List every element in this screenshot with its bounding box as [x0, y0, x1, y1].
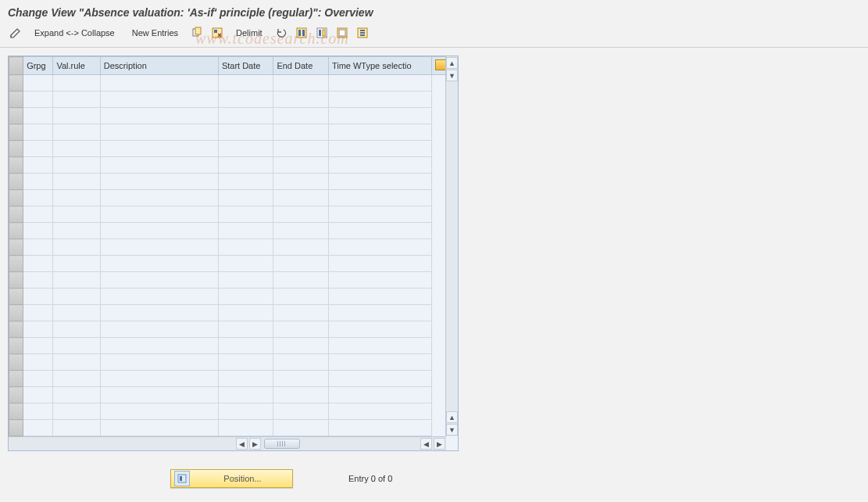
new-entries-button[interactable]: New Entries [126, 25, 184, 41]
table-cell[interactable] [53, 387, 100, 403]
table-cell[interactable] [328, 354, 431, 371]
table-cell[interactable] [218, 289, 273, 305]
table-cell[interactable] [53, 108, 100, 124]
row-selector[interactable] [9, 256, 23, 272]
table-cell[interactable] [23, 239, 53, 256]
row-selector-header[interactable] [9, 57, 23, 75]
table-cell[interactable] [53, 256, 100, 272]
row-selector[interactable] [9, 157, 23, 174]
table-cell[interactable] [23, 272, 53, 289]
table-cell[interactable] [218, 141, 273, 157]
table-cell[interactable] [100, 387, 218, 403]
row-selector[interactable] [9, 338, 23, 354]
table-cell[interactable] [328, 387, 431, 403]
table-cell[interactable] [273, 157, 329, 174]
row-selector[interactable] [9, 289, 23, 305]
col-description[interactable]: Description [100, 57, 218, 75]
table-cell[interactable] [273, 124, 329, 141]
table-cell[interactable] [53, 305, 100, 321]
table-cell[interactable] [218, 354, 273, 371]
table-cell[interactable] [218, 157, 273, 174]
table-cell[interactable] [100, 91, 218, 108]
scroll-up-icon[interactable]: ▲ [446, 57, 458, 69]
delete-icon[interactable] [209, 25, 225, 41]
table-cell[interactable] [53, 403, 100, 420]
table-cell[interactable] [273, 354, 329, 371]
row-selector[interactable] [9, 403, 23, 420]
table-cell[interactable] [273, 174, 329, 190]
table-cell[interactable] [53, 289, 100, 305]
table-cell[interactable] [53, 75, 100, 91]
table-cell[interactable] [273, 305, 329, 321]
scroll-up-icon[interactable]: ▼ [446, 70, 458, 81]
table-cell[interactable] [328, 91, 431, 108]
table-cell[interactable] [328, 420, 431, 436]
table-cell[interactable] [23, 338, 53, 354]
table-cell[interactable] [218, 239, 273, 256]
table-cell[interactable] [218, 91, 273, 108]
row-selector[interactable] [9, 91, 23, 108]
table-cell[interactable] [273, 420, 329, 436]
table-cell[interactable] [23, 223, 53, 239]
table-cell[interactable] [100, 206, 218, 223]
table-cell[interactable] [273, 108, 329, 124]
deselect-all-icon[interactable] [334, 25, 350, 41]
col-time-wtype[interactable]: Time WType selectio [328, 57, 431, 75]
table-cell[interactable] [23, 371, 53, 387]
table-cell[interactable] [273, 289, 329, 305]
table-cell[interactable] [328, 174, 431, 190]
row-selector[interactable] [9, 141, 23, 157]
table-cell[interactable] [273, 91, 329, 108]
table-cell[interactable] [328, 223, 431, 239]
table-cell[interactable] [328, 321, 431, 338]
table-cell[interactable] [100, 174, 218, 190]
row-selector[interactable] [9, 124, 23, 141]
table-cell[interactable] [53, 174, 100, 190]
expand-collapse-button[interactable]: Expand <-> Collapse [28, 25, 121, 41]
table-cell[interactable] [273, 223, 329, 239]
table-cell[interactable] [100, 403, 218, 420]
select-all-icon[interactable] [294, 25, 309, 41]
table-cell[interactable] [23, 190, 53, 206]
table-cell[interactable] [23, 403, 53, 420]
table-cell[interactable] [23, 206, 53, 223]
table-cell[interactable] [23, 289, 53, 305]
table-cell[interactable] [273, 75, 329, 91]
table-cell[interactable] [53, 157, 100, 174]
row-selector[interactable] [9, 321, 23, 338]
col-valrule[interactable]: Val.rule [53, 57, 100, 75]
table-cell[interactable] [328, 338, 431, 354]
col-end-date[interactable]: End Date [273, 57, 329, 75]
table-cell[interactable] [23, 354, 53, 371]
vertical-scrollbar[interactable]: ▲ ▼ ▲ ▼ [445, 56, 458, 436]
table-cell[interactable] [218, 387, 273, 403]
position-button[interactable]: Position... [170, 469, 293, 488]
table-cell[interactable] [53, 371, 100, 387]
table-cell[interactable] [100, 305, 218, 321]
table-cell[interactable] [100, 157, 218, 174]
table-cell[interactable] [273, 272, 329, 289]
scroll-left-icon[interactable]: ◀ [236, 438, 248, 450]
table-cell[interactable] [100, 321, 218, 338]
table-cell[interactable] [273, 190, 329, 206]
table-cell[interactable] [100, 75, 218, 91]
row-selector[interactable] [9, 239, 23, 256]
table-cell[interactable] [53, 190, 100, 206]
table-cell[interactable] [23, 108, 53, 124]
table-cell[interactable] [328, 190, 431, 206]
table-cell[interactable] [218, 124, 273, 141]
row-selector[interactable] [9, 223, 23, 239]
horizontal-scrollbar[interactable]: ◀ ▶ ◀ ▶ [9, 436, 446, 450]
select-block-icon[interactable] [314, 25, 330, 41]
table-cell[interactable] [328, 239, 431, 256]
table-cell[interactable] [328, 305, 431, 321]
scroll-right-end-icon[interactable]: ▶ [434, 438, 445, 450]
table-cell[interactable] [53, 141, 100, 157]
scroll-right-icon[interactable]: ▶ [249, 438, 261, 450]
row-selector[interactable] [9, 354, 23, 371]
table-cell[interactable] [100, 338, 218, 354]
table-cell[interactable] [53, 223, 100, 239]
table-cell[interactable] [53, 239, 100, 256]
table-cell[interactable] [23, 387, 53, 403]
table-cell[interactable] [53, 206, 100, 223]
